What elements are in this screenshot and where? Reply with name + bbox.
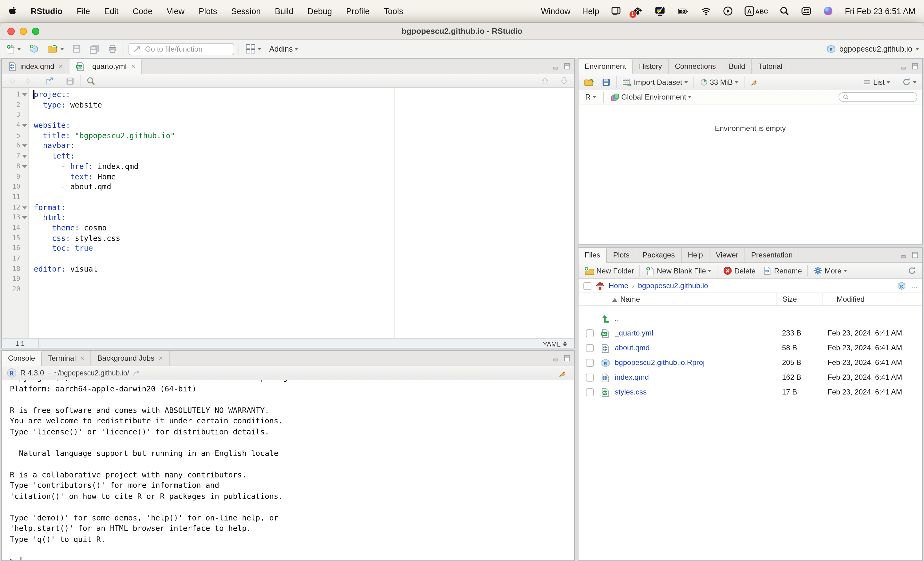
fold-arrow-icon[interactable] — [22, 93, 27, 96]
close-tab-icon[interactable]: × — [131, 62, 135, 71]
scope-selector[interactable]: Global Environment — [608, 91, 693, 103]
file-name-link[interactable]: about.qmd — [615, 344, 650, 352]
rename-file-button[interactable]: Rename — [761, 265, 804, 277]
play-status-icon[interactable] — [723, 6, 732, 16]
fold-arrow-icon[interactable] — [22, 145, 27, 148]
file-row-styles-css[interactable]: CSSstyles.css17 BFeb 23, 2024, 6:41 AM — [579, 385, 922, 400]
close-tab-icon[interactable]: × — [80, 354, 84, 362]
close-tab-icon[interactable]: × — [59, 62, 63, 71]
file-row-index-qmd[interactable]: index.qmd162 BFeb 23, 2024, 6:41 AM — [579, 371, 922, 385]
maximize-pane-button[interactable] — [564, 63, 570, 70]
minimize-window-button[interactable] — [20, 28, 27, 35]
load-workspace-button[interactable] — [582, 76, 596, 88]
file-name-link[interactable]: _quarto.yml — [615, 329, 653, 337]
file-checkbox[interactable] — [586, 329, 594, 337]
breadcrumb-home-link[interactable]: Home — [609, 281, 628, 290]
apple-menu-icon[interactable] — [9, 6, 16, 16]
maximize-pane-button[interactable] — [564, 355, 570, 362]
env-tab-build[interactable]: Build — [723, 59, 752, 74]
console-tab-console[interactable]: Console — [2, 351, 42, 366]
file-row-quarto-yml[interactable]: YML_quarto.yml233 BFeb 23, 2024, 6:41 AM — [579, 326, 922, 341]
env-tab-environment[interactable]: Environment — [579, 59, 633, 74]
fold-arrow-icon[interactable] — [22, 206, 27, 209]
fold-arrow-icon[interactable] — [22, 124, 27, 127]
environment-search-input[interactable] — [838, 92, 917, 102]
window-titlebar[interactable]: bgpopescu2.github.io - RStudio — [0, 23, 924, 40]
open-file-button[interactable] — [45, 43, 66, 55]
save-all-button[interactable] — [87, 43, 101, 55]
file-name-link[interactable]: styles.css — [615, 388, 647, 396]
menu-item-plots[interactable]: Plots — [199, 6, 217, 16]
menu-item-window[interactable]: Window — [541, 6, 570, 16]
language-selector[interactable]: R — [584, 91, 598, 103]
control-center-icon[interactable] — [801, 6, 812, 16]
addins-button[interactable]: Addins — [267, 43, 300, 54]
project-selector[interactable]: R bgpopescu2.github.io — [826, 44, 919, 54]
pane-layout-button[interactable] — [243, 42, 263, 55]
menu-item-edit[interactable]: Edit — [104, 6, 118, 16]
file-checkbox[interactable] — [586, 374, 594, 381]
select-all-checkbox[interactable] — [584, 282, 591, 290]
battery-icon[interactable] — [676, 6, 689, 16]
cursor-position[interactable]: 1:1 — [2, 338, 39, 349]
console-tab-background-jobs[interactable]: Background Jobs× — [91, 351, 170, 366]
file-row-about-qmd[interactable]: about.qmd58 BFeb 23, 2024, 6:41 AM — [579, 341, 922, 356]
console-tab-terminal[interactable]: Terminal× — [42, 351, 91, 366]
new-file-button[interactable] — [4, 43, 23, 55]
files-tab-plots[interactable]: Plots — [607, 248, 636, 262]
clear-console-button[interactable] — [556, 367, 569, 379]
import-dataset-button[interactable]: Import Dataset — [620, 76, 690, 88]
menu-item-rstudio[interactable]: RStudio — [31, 6, 63, 16]
save-source-button[interactable] — [64, 75, 76, 86]
file-checkbox[interactable] — [586, 359, 594, 367]
refresh-files-button[interactable] — [906, 265, 918, 277]
new-folder-button[interactable]: New Folder — [582, 265, 636, 277]
close-tab-icon[interactable]: × — [159, 354, 163, 362]
dropbox-icon[interactable]: 1 — [632, 6, 643, 16]
new-project-button[interactable] — [27, 42, 41, 55]
env-tab-tutorial[interactable]: Tutorial — [752, 59, 789, 74]
close-window-button[interactable] — [8, 28, 15, 35]
file-checkbox[interactable] — [586, 344, 594, 352]
column-header-size[interactable]: Size — [783, 295, 797, 304]
source-tab-index-qmd[interactable]: index.qmd× — [2, 59, 70, 74]
forward-button[interactable] — [22, 75, 35, 86]
console-prompt-line[interactable]: > — [2, 556, 574, 561]
file-name-link[interactable]: bgpopescu2.github.io.Rproj — [615, 358, 705, 367]
zoom-window-button[interactable] — [32, 28, 39, 35]
fold-arrow-icon[interactable] — [22, 155, 27, 158]
refresh-environment-button[interactable] — [900, 76, 918, 88]
console-output[interactable]: Copyright (C) 2023 The R Foundation for … — [2, 380, 574, 561]
files-tab-files[interactable]: Files — [579, 248, 607, 263]
back-button[interactable] — [6, 75, 18, 86]
siri-icon[interactable] — [823, 6, 833, 16]
save-button[interactable] — [70, 43, 83, 55]
env-tab-connections[interactable]: Connections — [669, 59, 722, 74]
breadcrumb-ellipsis-button[interactable]: ... — [911, 281, 917, 290]
sidebar-app-icon[interactable] — [611, 6, 621, 16]
env-tab-history[interactable]: History — [633, 59, 669, 74]
minimize-pane-button[interactable] — [553, 355, 560, 362]
file-name-link[interactable]: index.qmd — [615, 373, 649, 381]
maximize-pane-button[interactable] — [912, 63, 918, 70]
menu-item-debug[interactable]: Debug — [308, 6, 332, 16]
file-row-bgpopescu2-github-io-rproj[interactable]: Rbgpopescu2.github.io.Rproj205 BFeb 23, … — [579, 356, 922, 371]
menu-item-tools[interactable]: Tools — [384, 6, 403, 16]
memory-usage-button[interactable]: 33 MiB — [698, 76, 740, 88]
menu-item-session[interactable]: Session — [231, 6, 261, 16]
file-row-[interactable]: .. — [579, 311, 922, 326]
files-tab-presentation[interactable]: Presentation — [745, 248, 800, 262]
working-directory-link[interactable]: ~/bgpopescu2.github.io/ — [54, 369, 129, 377]
wifi-icon[interactable] — [700, 7, 711, 15]
save-workspace-button[interactable] — [600, 76, 612, 88]
env-view-mode-button[interactable]: List — [861, 76, 892, 88]
input-source-icon[interactable]: A ABC — [744, 6, 768, 16]
delete-file-button[interactable]: Delete — [722, 265, 758, 277]
fold-arrow-icon[interactable] — [22, 217, 27, 220]
goto-file-input[interactable]: Go to file/function — [129, 43, 234, 55]
source-up-button[interactable] — [538, 75, 552, 87]
menu-item-code[interactable]: Code — [133, 6, 153, 16]
breadcrumb-project-link[interactable]: bgpopescu2.github.io — [638, 281, 708, 290]
print-button[interactable] — [106, 43, 119, 55]
menu-item-help[interactable]: Help — [582, 6, 599, 16]
